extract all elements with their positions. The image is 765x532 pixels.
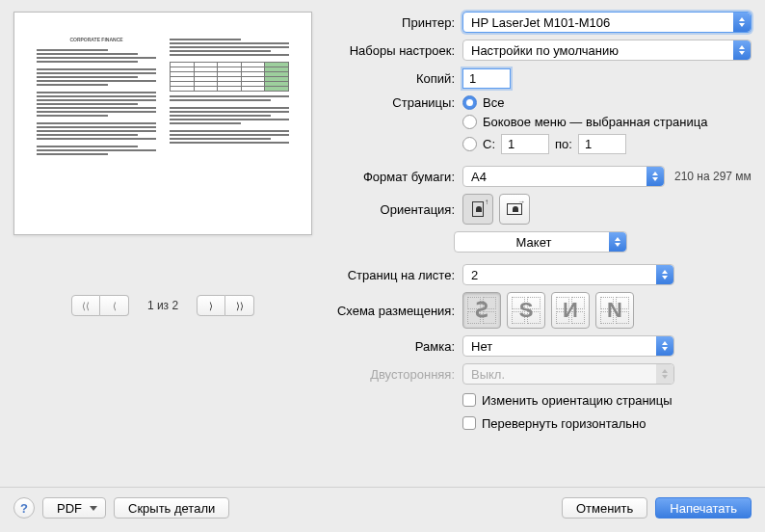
- layout-n-mirror-icon: И: [558, 299, 583, 322]
- border-select[interactable]: Нет: [462, 335, 674, 357]
- layout-dir-1-button[interactable]: Ƨ: [462, 292, 501, 329]
- chevron-updown-icon: [733, 13, 751, 32]
- pages-to-input[interactable]: [578, 134, 626, 154]
- print-button[interactable]: Напечатать: [655, 497, 752, 519]
- layout-dir-4-button[interactable]: N: [595, 292, 634, 329]
- two-sided-label: Двусторонняя:: [330, 367, 462, 382]
- pages-from-label: С:: [483, 137, 495, 151]
- pdf-label: PDF: [57, 501, 82, 516]
- help-button[interactable]: ?: [13, 497, 35, 519]
- cancel-button[interactable]: Отменить: [562, 497, 647, 519]
- section-value: Макет: [462, 235, 605, 250]
- page-counter: 1 из 2: [139, 299, 187, 312]
- printer-label: Принтер:: [330, 15, 462, 30]
- layout-z-icon: Ƨ: [469, 299, 494, 322]
- layout-n-icon: N: [602, 299, 627, 322]
- layout-dir-3-button[interactable]: И: [551, 292, 590, 329]
- pages-range-radio[interactable]: [462, 137, 477, 151]
- pages-from-input[interactable]: [501, 134, 549, 154]
- prev-page-button[interactable]: ⟨: [100, 295, 129, 316]
- cancel-label: Отменить: [576, 501, 633, 516]
- pages-label: Страницы:: [330, 95, 462, 110]
- two-sided-select: Выкл.: [462, 363, 674, 385]
- portrait-icon: [472, 201, 484, 217]
- pages-all-label: Все: [483, 95, 504, 110]
- chevron-updown-icon: [733, 40, 751, 60]
- chevron-updown-icon: [656, 364, 673, 384]
- preview-page: CORPORATE FINANCE: [23, 27, 303, 220]
- layout-dir-2-button[interactable]: S: [507, 292, 545, 329]
- flip-horizontal-checkbox[interactable]: [462, 416, 476, 430]
- pages-per-sheet-value: 2: [471, 268, 478, 282]
- orientation-portrait-button[interactable]: ↑: [462, 194, 493, 225]
- chevron-updown-icon: [646, 167, 664, 186]
- pdf-menu-button[interactable]: PDF: [42, 497, 106, 519]
- first-page-button[interactable]: ⟨⟨: [71, 295, 100, 316]
- hide-details-button[interactable]: Скрыть детали: [114, 497, 229, 519]
- next-page-button[interactable]: ⟩: [197, 295, 225, 316]
- presets-select[interactable]: Настройки по умолчанию: [462, 40, 752, 61]
- hide-details-label: Скрыть детали: [128, 501, 215, 516]
- pages-side-radio[interactable]: [462, 115, 477, 129]
- printer-select[interactable]: HP LaserJet M101-M106: [462, 12, 752, 33]
- paper-size-value: A4: [471, 170, 487, 184]
- two-sided-value: Выкл.: [471, 367, 505, 382]
- pages-per-sheet-select[interactable]: 2: [462, 264, 674, 285]
- change-orientation-label: Изменить ориентацию страницы: [482, 393, 673, 408]
- presets-value: Настройки по умолчанию: [471, 43, 619, 58]
- chevron-updown-icon: [609, 232, 626, 252]
- pages-per-sheet-label: Страниц на листе:: [330, 268, 462, 282]
- chevron-updown-icon: [656, 336, 673, 356]
- layout-s-icon: S: [514, 299, 539, 322]
- print-label: Напечатать: [670, 501, 737, 516]
- pages-to-label: по:: [555, 137, 572, 151]
- copies-label: Копий:: [330, 71, 462, 86]
- change-orientation-checkbox[interactable]: [462, 393, 476, 407]
- orientation-landscape-button[interactable]: →: [499, 194, 530, 225]
- chevron-updown-icon: [656, 265, 673, 284]
- last-page-button[interactable]: ⟩⟩: [225, 295, 254, 316]
- print-preview: CORPORATE FINANCE: [13, 12, 312, 235]
- border-label: Рамка:: [330, 339, 462, 354]
- border-value: Нет: [471, 339, 492, 354]
- pages-side-label: Боковое меню — выбранная страница: [483, 115, 707, 129]
- copies-input[interactable]: [462, 68, 511, 89]
- printer-value: HP LaserJet M101-M106: [471, 15, 610, 30]
- pages-all-radio[interactable]: [462, 95, 477, 110]
- paper-size-hint: 210 на 297 мм: [674, 170, 752, 183]
- presets-label: Наборы настроек:: [330, 43, 462, 58]
- flip-horizontal-label: Перевернуть горизонтально: [482, 416, 646, 431]
- layout-direction-label: Схема размещения:: [330, 304, 462, 318]
- section-select[interactable]: Макет: [454, 231, 627, 253]
- paper-size-label: Формат бумаги:: [330, 170, 462, 184]
- paper-size-select[interactable]: A4: [462, 166, 665, 187]
- orientation-label: Ориентация:: [330, 202, 462, 217]
